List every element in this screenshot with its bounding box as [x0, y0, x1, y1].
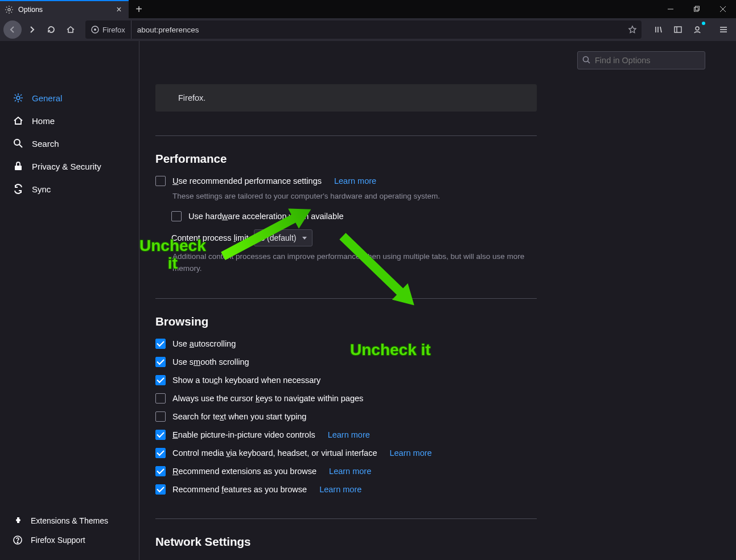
tab-title: Options	[18, 6, 114, 14]
checkbox-label: Use autoscrolling	[172, 339, 236, 348]
checkbox-pip[interactable]	[155, 430, 166, 440]
svg-point-22	[17, 542, 18, 543]
search-icon	[13, 138, 24, 149]
learn-more-link[interactable]: Learn more	[328, 430, 370, 439]
new-tab-button[interactable]: +	[129, 0, 149, 18]
find-in-options-input[interactable]	[577, 51, 705, 69]
svg-rect-20	[15, 166, 22, 170]
sidebar-item-privacy[interactable]: Privacy & Security	[0, 155, 139, 178]
minimize-button[interactable]	[657, 0, 684, 18]
svg-point-13	[696, 27, 699, 30]
browser-tab[interactable]: Options ×	[0, 0, 129, 18]
checkbox-recommend-features[interactable]	[155, 484, 166, 495]
library-button[interactable]	[649, 20, 668, 39]
svg-point-23	[583, 57, 589, 62]
checkbox-recommended-settings[interactable]	[155, 176, 166, 186]
identity-label: Firefox	[102, 26, 125, 34]
divider	[155, 298, 537, 299]
info-card: Firefox.	[155, 84, 537, 112]
sidebar-item-support[interactable]: Firefox Support	[0, 530, 139, 550]
sidebar-item-general[interactable]: General	[0, 87, 139, 109]
sidebar-item-search[interactable]: Search	[0, 132, 139, 155]
checkbox-search-typing[interactable]	[155, 411, 166, 422]
sidebar-item-label: Firefox Support	[31, 536, 85, 545]
divider	[155, 518, 537, 519]
sidebar-item-extensions[interactable]: Extensions & Themes	[0, 511, 139, 530]
puzzle-icon	[13, 516, 23, 526]
sidebar-button[interactable]	[669, 20, 687, 39]
preferences-sidebar: General Home Search Privacy & Security S…	[0, 41, 139, 560]
hint-text: These settings are tailored to your comp…	[172, 191, 537, 202]
checkbox-touch-keyboard[interactable]	[155, 375, 166, 385]
sidebar-item-label: Home	[32, 116, 55, 126]
reload-button[interactable]	[42, 20, 60, 39]
gear-icon	[13, 92, 24, 104]
divider	[155, 135, 537, 136]
svg-rect-3	[696, 6, 700, 10]
identity-box[interactable]: Firefox	[85, 20, 131, 39]
learn-more-link[interactable]: Learn more	[329, 467, 371, 476]
checkbox-label: Always use the cursor keys to navigate w…	[172, 394, 363, 403]
home-button[interactable]	[61, 20, 80, 39]
sidebar-item-home[interactable]: Home	[0, 109, 139, 132]
back-button[interactable]	[3, 20, 22, 39]
checkbox-smooth-scrolling[interactable]	[155, 357, 166, 367]
sidebar-item-label: Privacy & Security	[32, 162, 101, 171]
checkbox-recommend-extensions[interactable]	[155, 466, 166, 476]
svg-point-0	[8, 9, 10, 11]
svg-point-18	[14, 139, 20, 145]
window-controls	[657, 0, 736, 18]
close-window-button[interactable]	[710, 0, 736, 18]
learn-more-link[interactable]: Learn more	[389, 448, 431, 458]
checkbox-label: Use smooth scrolling	[172, 357, 249, 367]
bookmark-star-button[interactable]	[623, 25, 642, 34]
svg-line-24	[588, 61, 590, 64]
checkbox-label: Show a touch keyboard when necessary	[172, 376, 320, 385]
lock-icon	[13, 160, 24, 172]
checkbox-label: Control media via keyboard, headset, or …	[172, 448, 377, 458]
section-title-browsing: Browsing	[155, 315, 537, 328]
checkbox-hardware-acceleration[interactable]	[171, 211, 182, 221]
url-bar[interactable]: Firefox about:preferences	[85, 20, 642, 39]
navbar: Firefox about:preferences	[0, 18, 736, 41]
firefox-icon	[91, 26, 99, 34]
learn-more-link[interactable]: Learn more	[334, 176, 376, 186]
learn-more-link[interactable]: Learn more	[319, 485, 361, 494]
checkbox-label: Enable picture-in-picture video controls	[172, 430, 315, 439]
sidebar-item-sync[interactable]: Sync	[0, 178, 139, 200]
titlebar: Options × +	[0, 0, 736, 18]
help-icon	[13, 535, 23, 545]
account-button[interactable]	[688, 20, 706, 39]
section-title-performance: Performance	[155, 152, 537, 166]
sidebar-item-label: Search	[32, 139, 59, 149]
sidebar-item-label: General	[32, 93, 62, 103]
checkbox-cursor-keys[interactable]	[155, 393, 166, 403]
app-menu-button[interactable]	[714, 20, 733, 39]
checkbox-autoscrolling[interactable]	[155, 339, 166, 349]
svg-point-7	[94, 28, 96, 31]
svg-rect-11	[675, 27, 681, 32]
svg-line-19	[19, 145, 22, 147]
checkbox-label: Use recommended performance settings	[172, 176, 322, 186]
close-tab-button[interactable]: ×	[114, 5, 124, 15]
url-text[interactable]: about:preferences	[131, 26, 623, 34]
gear-icon	[5, 5, 14, 14]
search-icon	[582, 55, 591, 64]
home-icon	[13, 115, 24, 126]
sync-icon	[13, 183, 24, 195]
main-scroll-area[interactable]: Firefox. Performance Use recommended per…	[139, 41, 736, 560]
checkbox-label: Recommend extensions as you browse	[172, 467, 316, 476]
sidebar-item-label: Sync	[32, 184, 51, 194]
svg-line-10	[660, 27, 661, 32]
svg-rect-2	[694, 7, 698, 11]
checkbox-label: Recommend features as you browse	[172, 485, 307, 494]
checkbox-label: Search for text when you start typing	[172, 412, 306, 421]
forward-button[interactable]	[23, 20, 41, 39]
sidebar-item-label: Extensions & Themes	[31, 516, 108, 525]
svg-point-17	[17, 96, 20, 100]
section-title-network: Network Settings	[155, 535, 537, 549]
checkbox-media-control[interactable]	[155, 448, 166, 458]
maximize-button[interactable]	[684, 0, 710, 18]
